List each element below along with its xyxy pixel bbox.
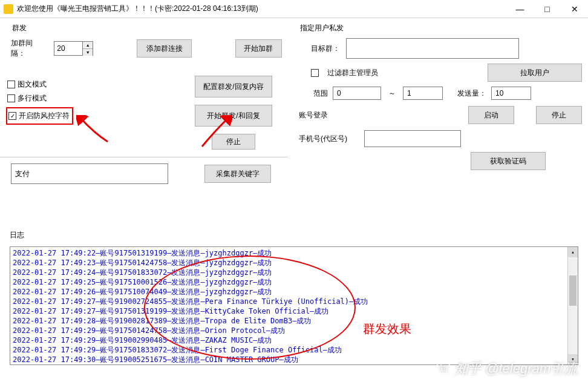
start-join-button[interactable]: 开始加群	[235, 39, 282, 58]
stop-dm-button[interactable]: 停止	[536, 106, 582, 124]
image-mode-checkbox[interactable]	[7, 81, 15, 88]
image-mode-label: 图文模式	[18, 79, 47, 90]
anti-risk-checkbox[interactable]	[8, 112, 16, 120]
anti-risk-label: 开启防风控字符	[19, 111, 70, 121]
interval-input[interactable]	[54, 42, 82, 55]
target-group-input[interactable]	[346, 38, 519, 59]
close-button[interactable]: ✕	[561, 0, 588, 18]
config-content-button[interactable]: 配置群发/回复内容	[195, 76, 272, 97]
anti-risk-highlight: 开启防风控字符	[6, 107, 73, 125]
spinner-down-icon[interactable]: ▼	[83, 49, 93, 56]
filter-admin-label: 过滤群主管理员	[327, 68, 378, 78]
interval-label: 加群间隔：	[11, 38, 39, 59]
get-code-button[interactable]: 获取验证码	[471, 152, 546, 170]
group-send-legend: 群发	[11, 23, 282, 33]
target-group-label: 目标群：	[299, 44, 340, 54]
annotation-oval	[144, 255, 356, 360]
filter-admin-checkbox[interactable]	[311, 69, 319, 77]
start-dm-button[interactable]: 启动	[468, 106, 514, 124]
stop-button[interactable]: 停止	[212, 134, 255, 150]
start-send-button[interactable]: 开始群发/和回复	[195, 105, 272, 127]
send-count-input[interactable]	[491, 87, 531, 100]
zhihu-icon: 知	[437, 362, 450, 375]
tilde-label: ～	[386, 88, 398, 99]
log-scrollbar[interactable]: ▴ ▾	[567, 247, 578, 364]
minimize-button[interactable]: —	[506, 0, 534, 18]
range-to-input[interactable]	[403, 87, 443, 100]
dm-legend: 指定用户私发	[299, 23, 582, 33]
scroll-thumb[interactable]	[569, 275, 577, 306]
scroll-up-icon[interactable]: ▴	[568, 247, 578, 257]
spinner-up-icon[interactable]: ▲	[83, 42, 93, 49]
send-count-label: 发送量：	[457, 88, 486, 99]
app-icon	[4, 4, 13, 14]
window-title: 欢迎您使用《曝光王电报营销工具》！！！(卡密:2022-01-28 04:16:…	[17, 4, 506, 14]
collect-keyword-button[interactable]: 采集群关键字	[204, 165, 271, 183]
range-label: 范围	[299, 88, 328, 99]
watermark: 知 知乎 @telegram引流	[437, 360, 577, 378]
group-send-panel: 群发 加群间隔： ▲ ▼ 添加群连接 开始加群	[0, 18, 288, 154]
range-from-input[interactable]	[333, 87, 381, 100]
multiline-label: 多行模式	[18, 93, 47, 104]
phone-label: 手机号(代区号)	[299, 134, 358, 144]
log-line: 2022-01-27 17:49:22—账号917501319199—发送消息—…	[13, 248, 567, 258]
annotation-effect-label: 群发效果	[363, 321, 411, 337]
pull-users-button[interactable]: 拉取用户	[488, 64, 582, 82]
maximize-button[interactable]: □	[534, 0, 561, 18]
phone-input[interactable]	[364, 130, 461, 147]
interval-spinner[interactable]: ▲ ▼	[54, 41, 93, 56]
multiline-checkbox[interactable]	[7, 94, 15, 102]
titlebar: 欢迎您使用《曝光王电报营销工具》！！！(卡密:2022-01-28 04:16:…	[0, 0, 588, 18]
account-login-label: 账号登录	[299, 110, 340, 120]
log-title: 日志	[10, 230, 578, 240]
window-controls: — □ ✕	[506, 0, 588, 18]
dm-panel: 指定用户私发 目标群： 过滤群主管理员 拉取用户 范围 ～ 发送量：	[288, 18, 588, 180]
add-group-link-button[interactable]: 添加群连接	[137, 39, 192, 58]
watermark-text: 知乎 @telegram引流	[455, 360, 577, 378]
keyword-input[interactable]	[11, 163, 168, 184]
